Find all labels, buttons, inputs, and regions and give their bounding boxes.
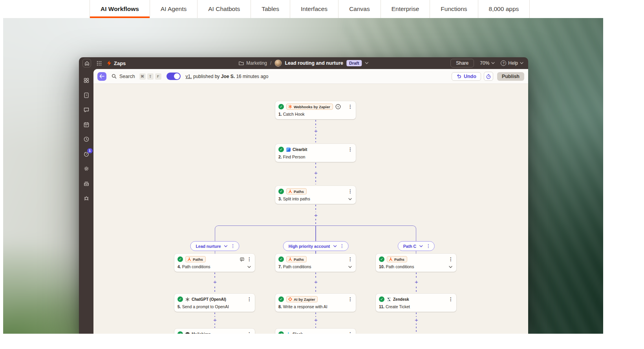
zoom-level: 70% bbox=[480, 60, 489, 66]
rail-settings-button[interactable] bbox=[83, 165, 90, 172]
step-card-mailchimp[interactable]: ✓ Mailchimp ⋮ bbox=[174, 329, 255, 334]
step-menu-icon[interactable]: ⋮ bbox=[247, 297, 252, 302]
stopwatch-icon bbox=[486, 74, 491, 79]
step-card-catch-hook[interactable]: ✓ Webhooks by Zapier ⋮ bbox=[275, 101, 356, 119]
step-menu-icon[interactable]: ⋮ bbox=[348, 147, 353, 152]
rail-schedule-button[interactable] bbox=[83, 121, 90, 128]
app-pill: Paths bbox=[286, 256, 307, 262]
rail-history-button[interactable] bbox=[83, 136, 90, 143]
note-icon[interactable] bbox=[240, 257, 244, 262]
autoreplay-button[interactable] bbox=[484, 72, 493, 81]
path-menu-icon[interactable]: ⋮ bbox=[340, 244, 344, 249]
tab-8000-apps[interactable]: 8,000 apps bbox=[478, 0, 530, 18]
app-pill: AI by Zapier bbox=[286, 296, 318, 302]
add-step-button[interactable]: + bbox=[212, 279, 218, 285]
app-name: Slack bbox=[293, 332, 303, 334]
app-grid-button[interactable] bbox=[95, 60, 102, 67]
notification-badge: 1 bbox=[87, 148, 93, 153]
product-home-link[interactable]: Zaps bbox=[107, 60, 126, 66]
chevron-down-icon[interactable] bbox=[224, 245, 228, 247]
path-menu-icon[interactable]: ⋮ bbox=[426, 244, 430, 249]
tab-ai-workflows[interactable]: AI Workflows bbox=[90, 0, 150, 18]
zoom-level-dropdown[interactable]: 70% bbox=[480, 60, 495, 66]
ai-by-zapier-icon bbox=[288, 297, 292, 301]
rail-versions-button[interactable]: 1 bbox=[83, 151, 90, 158]
tab-interfaces[interactable]: Interfaces bbox=[290, 0, 338, 18]
tab-enterprise[interactable]: Enterprise bbox=[381, 0, 430, 18]
search-shortcut-keys: ⌘ ⇧ F bbox=[139, 73, 161, 80]
app-name: Paths bbox=[394, 257, 404, 262]
chevron-down-icon[interactable] bbox=[419, 245, 423, 247]
rail-zap-details-button[interactable] bbox=[83, 92, 90, 99]
debug-bug-icon bbox=[83, 195, 90, 201]
home-button[interactable] bbox=[82, 59, 91, 67]
rail-notes-button[interactable] bbox=[83, 106, 90, 113]
step-menu-icon[interactable]: ⋮ bbox=[247, 332, 252, 334]
step-card-split-into-paths[interactable]: ✓ Paths ⋮ 3.Split into paths bbox=[275, 186, 356, 204]
zap-title[interactable]: Lead routing and nurture bbox=[285, 60, 343, 66]
workflow-canvas[interactable]: + + + + + + + + + Lead nurture ⋮ bbox=[93, 84, 528, 334]
chevron-down-icon[interactable] bbox=[365, 62, 369, 64]
grid-dots-icon bbox=[97, 61, 102, 66]
step-title: 1.Catch Hook bbox=[278, 112, 353, 116]
step-menu-icon[interactable]: ⋮ bbox=[348, 104, 353, 109]
path-pill-path-c[interactable]: Path C ⋮ bbox=[398, 241, 435, 251]
tab-ai-chatbots[interactable]: AI Chatbots bbox=[198, 0, 251, 18]
step-card-write-response-ai[interactable]: ✓ AI by Zapier ⋮ 8.Write a response with… bbox=[275, 294, 356, 312]
step-menu-icon[interactable]: ⋮ bbox=[348, 332, 353, 334]
add-step-button[interactable]: + bbox=[313, 170, 319, 176]
rail-archive-button[interactable] bbox=[83, 180, 90, 187]
owner-avatar[interactable] bbox=[274, 60, 282, 67]
path-label: Path C bbox=[403, 244, 416, 249]
step-card-path-conditions-10[interactable]: ✓ Paths ⋮ 10.Path conditions bbox=[376, 254, 456, 272]
success-check-icon: ✓ bbox=[278, 147, 284, 152]
rail-debug-button[interactable] bbox=[83, 194, 90, 202]
help-dropdown[interactable]: ? Help bbox=[501, 60, 523, 66]
step-card-find-person[interactable]: ✓ Clearbit ⋮ 2.Find Person bbox=[275, 144, 356, 162]
tab-tables[interactable]: Tables bbox=[251, 0, 290, 18]
chevron-down-icon[interactable] bbox=[333, 245, 337, 247]
back-button[interactable] bbox=[97, 72, 106, 81]
step-menu-icon[interactable]: ⋮ bbox=[348, 189, 353, 194]
rail-apps-button[interactable] bbox=[83, 77, 90, 84]
path-menu-icon[interactable]: ⋮ bbox=[231, 244, 235, 249]
path-pill-lead-nurture[interactable]: Lead nurture ⋮ bbox=[190, 241, 239, 251]
version-link[interactable]: v1. bbox=[186, 74, 192, 79]
step-card-send-prompt-openai[interactable]: ✓ ChatGPT (OpenAI) ⋮ 5.Send a prompt to … bbox=[174, 294, 255, 312]
step-menu-icon[interactable]: ⋮ bbox=[448, 297, 453, 302]
share-button[interactable]: Share bbox=[450, 59, 474, 67]
breadcrumb-separator: / bbox=[270, 60, 271, 66]
collapse-chevron-icon[interactable] bbox=[449, 264, 452, 269]
hero-section: Zaps Marketing / Lead routing and nurtur… bbox=[3, 18, 603, 334]
history-clock-icon bbox=[83, 136, 90, 142]
path-pill-high-priority[interactable]: High priority account ⋮ bbox=[283, 241, 349, 251]
paths-icon bbox=[288, 189, 292, 193]
add-step-button[interactable]: + bbox=[413, 279, 420, 285]
collapse-chevron-icon[interactable] bbox=[348, 264, 352, 269]
step-menu-icon[interactable]: ⋮ bbox=[348, 297, 353, 302]
add-step-button[interactable]: + bbox=[212, 317, 218, 324]
tab-ai-agents[interactable]: AI Agents bbox=[150, 0, 198, 18]
add-step-button[interactable]: + bbox=[413, 317, 420, 324]
step-menu-icon[interactable]: ⋮ bbox=[247, 257, 252, 262]
step-card-slack[interactable]: ✓ Slack ⋮ bbox=[275, 329, 356, 334]
add-step-button[interactable]: + bbox=[313, 317, 319, 324]
publish-button[interactable]: Publish bbox=[497, 72, 524, 81]
undo-button[interactable]: Undo bbox=[452, 72, 481, 81]
collapse-chevron-icon[interactable] bbox=[348, 196, 352, 201]
step-card-path-conditions-4[interactable]: ✓ Paths ⋮ bbox=[174, 254, 255, 272]
breadcrumb-folder[interactable]: Marketing bbox=[238, 60, 267, 66]
step-card-path-conditions-7[interactable]: ✓ Paths ⋮ 7.Path conditions bbox=[275, 254, 356, 272]
share-label: Share bbox=[456, 60, 468, 66]
tab-functions[interactable]: Functions bbox=[430, 0, 478, 18]
tab-canvas[interactable]: Canvas bbox=[338, 0, 381, 18]
add-step-button[interactable]: + bbox=[313, 212, 319, 219]
step-menu-icon[interactable]: ⋮ bbox=[448, 257, 453, 262]
collapse-chevron-icon[interactable] bbox=[247, 264, 251, 269]
step-card-create-ticket[interactable]: ✓ Zendesk ⋮ 11.Create Ticket bbox=[376, 294, 456, 312]
add-step-button[interactable]: + bbox=[313, 128, 319, 135]
add-step-button[interactable]: + bbox=[313, 279, 319, 285]
step-menu-icon[interactable]: ⋮ bbox=[348, 257, 353, 262]
version-toggle[interactable] bbox=[166, 73, 181, 80]
search-input[interactable]: Search bbox=[112, 74, 135, 79]
